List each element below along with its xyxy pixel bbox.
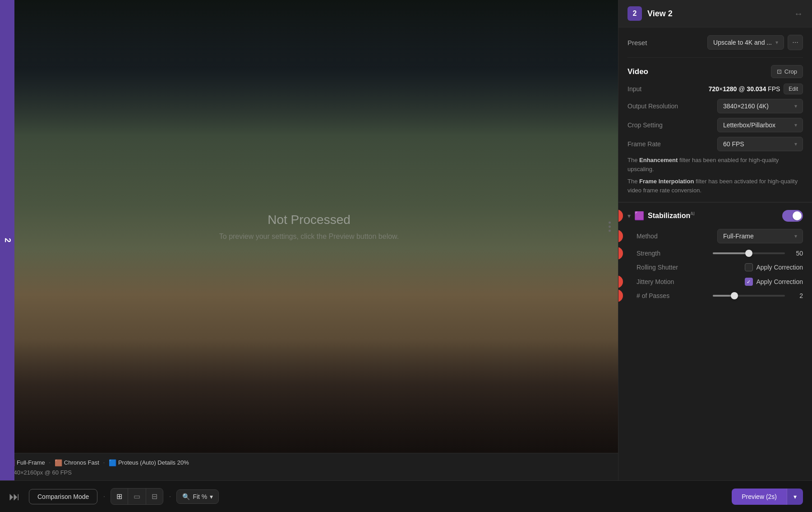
preset-dropdown-arrow: ▾: [775, 39, 778, 46]
video-section: Video ⊡ Crop Input 720×1280 @ 30.034 FPS: [627, 65, 803, 195]
jittery-motion-row: Jittery Motion ✓ Apply Correction: [627, 278, 803, 286]
method-row-wrapper: 2 Method Full-Frame ▾: [627, 229, 803, 243]
strength-label: Strength: [627, 250, 660, 257]
bottom-toolbar: ⏭ Comparison Mode · ⊞ ▭ ⊟ · 🔍 Fit % ▾ Pr…: [0, 480, 812, 512]
crop-setting-dropdown[interactable]: Letterbox/Pillarbox ▾: [717, 118, 803, 132]
strength-slider-track[interactable]: [713, 252, 785, 254]
jittery-motion-label: Jittery Motion: [627, 278, 674, 285]
strength-slider-container: 50: [713, 250, 803, 257]
video-tags: 🟪 Full-Frame · 🟫 Chronos Fast · 🟦 Proteu…: [7, 458, 611, 467]
rolling-shutter-correction: Apply Correction: [745, 263, 803, 271]
left-view-badge: 2: [0, 0, 14, 480]
not-processed-subtitle: To preview your settings, click the Prev…: [219, 233, 399, 241]
frame-rate-row: Frame Rate 60 FPS ▾: [627, 137, 803, 151]
view-split-btn[interactable]: ⊞: [111, 489, 128, 504]
preview-button-arrow[interactable]: ▾: [787, 489, 803, 505]
preset-more-button[interactable]: ···: [788, 35, 803, 50]
method-dropdown-arrow: ▾: [794, 233, 797, 239]
main-area: 2 Not Processed To preview your settings…: [0, 0, 812, 480]
input-row: Input 720×1280 @ 30.034 FPS Edit: [627, 84, 803, 94]
passes-row: # of Passes 2: [627, 292, 803, 299]
toolbar-separator-1: ·: [103, 492, 105, 501]
video-more-menu[interactable]: [609, 221, 611, 232]
video-section-title: Video: [627, 67, 648, 76]
passes-slider-track[interactable]: [713, 295, 785, 297]
jittery-motion-checkbox[interactable]: ✓: [745, 278, 753, 286]
preview-button[interactable]: Preview (2s): [732, 489, 787, 505]
video-info-bar: 🟪 Full-Frame · 🟫 Chronos Fast · 🟦 Proteu…: [0, 453, 618, 480]
frame-rate-label: Frame Rate: [627, 140, 661, 148]
chronos-label: Chronos Fast: [64, 459, 99, 466]
tag-sep-1: ·: [49, 458, 51, 467]
view-single-btn[interactable]: ▭: [128, 489, 146, 504]
not-processed-title: Not Processed: [219, 213, 399, 227]
edit-button[interactable]: Edit: [784, 84, 803, 94]
zoom-icon: 🔍: [182, 493, 190, 500]
crop-setting-arrow: ▾: [794, 122, 797, 128]
preset-dropdown[interactable]: Upscale to 4K and ... ▾: [707, 35, 784, 50]
method-dropdown[interactable]: Full-Frame ▾: [717, 229, 803, 243]
proteus-label: Proteus (Auto) Details 20%: [118, 459, 189, 466]
crop-label: Crop: [784, 68, 797, 75]
video-section-header: Video ⊡ Crop: [627, 65, 803, 78]
proteus-tag: 🟦 Proteus (Auto) Details 20%: [109, 459, 189, 466]
settings-content: Preset Upscale to 4K and ... ▾ ··· Video…: [618, 28, 812, 202]
toggle-track: [782, 210, 803, 222]
expand-icon[interactable]: ↔: [794, 9, 803, 19]
left-panel: 2 Not Processed To preview your settings…: [0, 0, 618, 480]
method-row: Method Full-Frame ▾: [627, 229, 803, 243]
preset-value: Upscale to 4K and ...: [713, 39, 772, 46]
chronos-icon: 🟫: [55, 459, 62, 466]
strength-slider-fill: [713, 252, 749, 254]
video-content-area: Not Processed To preview your settings, …: [0, 0, 618, 480]
method-value: Full-Frame: [723, 233, 754, 240]
strength-value: 50: [789, 250, 803, 257]
crop-setting-value: Letterbox/Pillarbox: [723, 121, 775, 129]
stabilization-toggle[interactable]: [782, 210, 803, 222]
step-badge-5: 5: [618, 289, 623, 302]
view-number-box: 2: [627, 6, 642, 21]
output-resolution-dropdown[interactable]: 3840×2160 (4K) ▾: [717, 99, 803, 113]
view-title: View 2: [647, 9, 789, 19]
stabilization-section: 1 ▾ 🟪 StabilizationAI 2: [618, 202, 812, 313]
input-width: 720: [709, 85, 719, 93]
comparison-mode-button[interactable]: Comparison Mode: [29, 489, 97, 504]
step-badge-1: 1: [618, 209, 623, 222]
passes-slider-thumb[interactable]: [731, 292, 738, 299]
rolling-shutter-checkbox[interactable]: [745, 263, 753, 271]
view-compare-btn[interactable]: ⊟: [146, 489, 163, 504]
full-frame-label: Full-Frame: [17, 459, 45, 466]
frame-rate-dropdown[interactable]: 60 FPS ▾: [717, 137, 803, 151]
strength-slider-thumb[interactable]: [745, 250, 752, 257]
crop-icon: ⊡: [777, 68, 782, 75]
strength-row-wrapper: 3 Strength 50: [627, 250, 803, 257]
passes-value: 2: [789, 292, 803, 299]
play-button[interactable]: ⏭: [9, 490, 20, 503]
stab-header-wrapper: 1 ▾ 🟪 StabilizationAI: [627, 210, 803, 222]
rolling-shutter-label: Rolling Shutter: [627, 264, 678, 271]
output-resolution-label: Output Resolution: [627, 102, 678, 110]
frame-rate-arrow: ▾: [794, 141, 797, 147]
proteus-icon: 🟦: [109, 459, 116, 466]
input-value-area: 720×1280 @ 30.034 FPS Edit: [709, 84, 803, 94]
view-toggle-group: ⊞ ▭ ⊟: [111, 488, 163, 505]
video-preview: Not Processed To preview your settings, …: [0, 0, 618, 453]
zoom-control[interactable]: 🔍 Fit % ▾: [176, 489, 219, 504]
preset-label: Preset: [627, 39, 647, 47]
stabilization-icon: 🟪: [634, 211, 644, 221]
chronos-tag: 🟫 Chronos Fast: [55, 459, 99, 466]
output-resolution-arrow: ▾: [794, 103, 797, 109]
crop-button[interactable]: ⊡ Crop: [771, 65, 803, 78]
jittery-motion-correction: ✓ Apply Correction: [745, 278, 803, 286]
stabilization-collapse-icon[interactable]: ▾: [627, 212, 631, 219]
jittery-motion-correction-label: Apply Correction: [757, 278, 803, 285]
passes-slider-container: 2: [713, 292, 803, 299]
frame-rate-value: 60 FPS: [723, 140, 744, 148]
input-dimensions: 720×1280 @ 30.034 FPS: [709, 85, 780, 93]
rolling-shutter-correction-label: Apply Correction: [757, 264, 803, 271]
output-resolution-row: Output Resolution 3840×2160 (4K) ▾: [627, 99, 803, 113]
preset-controls: Upscale to 4K and ... ▾ ···: [707, 35, 803, 50]
toolbar-separator-2: ·: [169, 492, 171, 501]
input-height: 1280: [723, 85, 737, 93]
method-label: Method: [627, 233, 658, 240]
